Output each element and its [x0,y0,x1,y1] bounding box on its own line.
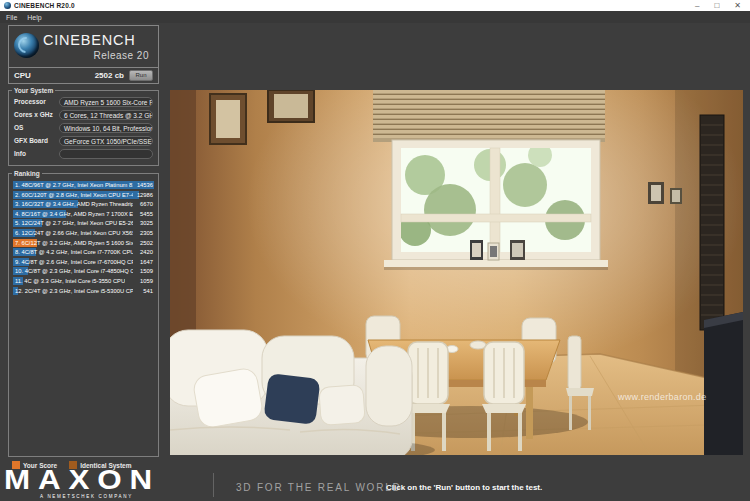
release-label: Release 20 [93,50,149,61]
app-window: CINEBENCH R20.0 – □ ✕ FileHelp CINEBENCH… [0,0,750,501]
ranking-row-score: 2420 [140,249,153,255]
system-row: Info [9,147,158,160]
ranking-row-label: 11. 4C @ 3.3 GHz, Intel Core i5-3550 CPU [15,278,125,284]
ranking-row-label: 3. 16C/32T @ 3.4 GHz, AMD Ryzen Threadri… [15,201,133,207]
ranking-row-score: 3025 [140,220,153,226]
ranking-row-your-score[interactable]: 7. 6C/12T @ 3.2 GHz, AMD Ryzen 5 1600 Si… [13,239,154,247]
system-row-label: Cores x GHz [14,111,59,118]
system-row-value-field[interactable]: Windows 10, 64 Bit, Professional Edition… [59,123,153,133]
footer-divider [213,473,214,497]
footer-tagline: 3D FOR THE REAL WORLD [236,482,402,493]
ranking-row-score: 541 [143,288,153,294]
ranking-row[interactable]: 10. 4C/8T @ 2.3 GHz, Intel Core i7-4850H… [13,267,154,275]
logo-row: CINEBENCH Release 20 [9,26,158,68]
system-row-label: OS [14,124,59,131]
cpu-label: CPU [14,71,31,80]
ranking-row[interactable]: 6. 12C/24T @ 2.66 GHz, Intel Xeon CPU X5… [13,229,154,237]
window-controls: – □ ✕ [695,0,746,11]
ranking-row-score: 2305 [140,230,153,236]
cpu-score-row: CPU 2502 cb Run [9,67,158,83]
status-message: Click on the 'Run' button to start the t… [386,483,542,492]
ranking-row-score: 2502 [140,240,153,246]
ranking-row[interactable]: 9. 4C/8T @ 2.6 GHz, Intel Core i7-6700HQ… [13,258,154,266]
system-row: OSWindows 10, 64 Bit, Professional Editi… [9,121,158,134]
ranking-row[interactable]: 4. 8C/16T @ 3.4 GHz, AMD Ryzen 7 1700X E… [13,210,154,218]
app-name: CINEBENCH [43,32,136,48]
ranking-row-label: 6. 12C/24T @ 2.66 GHz, Intel Xeon CPU X5… [15,230,133,236]
logo-panel: CINEBENCH Release 20 CPU 2502 cb Run [8,25,159,84]
ranking-row-label: 12. 2C/4T @ 2.3 GHz, Intel Core i5-5300U… [15,288,133,294]
menu-bar: FileHelp [0,11,750,23]
ranking-row-label: 1. 48C/96T @ 2.7 GHz, Intel Xeon Platinu… [15,182,133,188]
maximize-icon[interactable]: □ [714,0,719,11]
ranking-row-label: 5. 12C/24T @ 2.7 GHz, Intel Xeon CPU E5-… [15,220,133,226]
ranking-row-score: 1059 [140,278,153,284]
watermark-text: www.renderbaron.de [618,392,706,402]
cpu-score: 2502 cb [95,71,124,80]
ranking-row-label: 10. 4C/8T @ 2.3 GHz, Intel Core i7-4850H… [15,268,133,274]
cinebench-logo-icon [14,33,39,58]
your-system-rows: ProcessorAMD Ryzen 5 1600 Six-Core Proce… [9,94,158,160]
ranking-row[interactable]: 3. 16C/32T @ 3.4 GHz, AMD Ryzen Threadri… [13,200,154,208]
ranking-row-score: 6670 [140,201,153,207]
system-row-value-field[interactable]: GeForce GTX 1050/PCIe/SSE2 [59,136,153,146]
close-icon[interactable]: ✕ [734,0,741,11]
ranking-row[interactable]: 8. 4C/8T @ 4.2 GHz, Intel Core i7-7700K … [13,248,154,256]
ranking-row[interactable]: 12. 2C/4T @ 2.3 GHz, Intel Core i5-5300U… [13,287,154,295]
ranking-row-label: 7. 6C/12T @ 3.2 GHz, AMD Ryzen 5 1600 Si… [15,240,133,246]
window-title: CINEBENCH R20.0 [14,2,75,9]
run-button[interactable]: Run [129,70,153,81]
render-viewport: www.renderbaron.de [170,90,743,455]
ranking-row-label: 4. 8C/16T @ 3.4 GHz, AMD Ryzen 7 1700X E… [15,211,133,217]
minimize-icon[interactable]: – [695,0,699,11]
title-bar: CINEBENCH R20.0 – □ ✕ [0,0,750,11]
ranking-rows: 1. 48C/96T @ 2.7 GHz, Intel Xeon Platinu… [9,177,158,295]
system-row: ProcessorAMD Ryzen 5 1600 Six-Core Proce… [9,95,158,108]
system-row-label: Processor [14,98,59,105]
ranking-row-label: 2. 60C/120T @ 2.8 GHz, Intel Xeon CPU E7… [15,192,133,198]
ranking-row-score: 12986 [137,192,153,198]
ranking-row-label: 9. 4C/8T @ 2.6 GHz, Intel Core i7-6700HQ… [15,259,133,265]
menu-item-file[interactable]: File [6,14,17,21]
ranking-row-score: 5455 [140,211,153,217]
ranking-row-score: 1647 [140,259,153,265]
ranking-row-label: 8. 4C/8T @ 4.2 GHz, Intel Core i7-7700K … [15,249,133,255]
ranking-row[interactable]: 2. 60C/120T @ 2.8 GHz, Intel Xeon CPU E7… [13,191,154,199]
ranking-row[interactable]: 1. 48C/96T @ 2.7 GHz, Intel Xeon Platinu… [13,181,154,189]
cinebench-app-icon [4,2,11,9]
ranking-row-score: 14536 [137,182,153,188]
system-row-value-field[interactable] [59,149,153,159]
your-system-title: Your System [12,87,55,94]
system-row-value-field[interactable]: 6 Cores, 12 Threads @ 3.2 GHz [59,110,153,120]
ranking-row-score: 1509 [140,268,153,274]
system-row-label: Info [14,150,59,157]
maxon-logo: MAXON [4,466,160,494]
ranking-row[interactable]: 11. 4C @ 3.3 GHz, Intel Core i5-3550 CPU… [13,277,154,285]
ranking-title: Ranking [12,170,42,177]
maxon-sub-label: A NEMETSCHEK COMPANY [40,494,133,499]
menu-item-help[interactable]: Help [27,14,41,21]
your-system-panel: Your System ProcessorAMD Ryzen 5 1600 Si… [8,87,159,166]
system-row-label: GFX Board [14,137,59,144]
ranking-row[interactable]: 5. 12C/24T @ 2.7 GHz, Intel Xeon CPU E5-… [13,219,154,227]
system-row: GFX BoardGeForce GTX 1050/PCIe/SSE2 [9,134,158,147]
system-row-value-field[interactable]: AMD Ryzen 5 1600 Six-Core Processor [59,97,153,107]
ranking-panel: Ranking 1. 48C/96T @ 2.7 GHz, Intel Xeon… [8,170,159,457]
system-row: Cores x GHz6 Cores, 12 Threads @ 3.2 GHz [9,108,158,121]
